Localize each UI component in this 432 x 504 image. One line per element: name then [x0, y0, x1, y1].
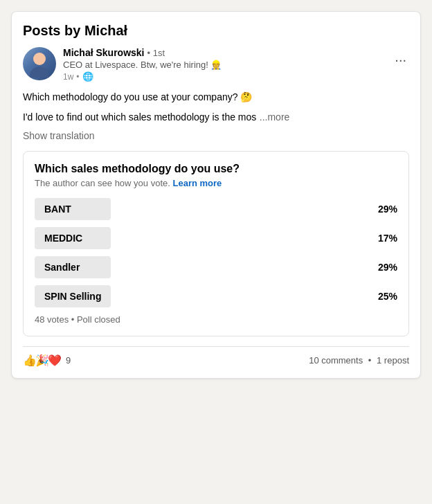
comment-count[interactable]: 10 comments	[309, 355, 363, 366]
post-excerpt: I'd love to find out which sales methodo…	[23, 111, 256, 123]
author-info: Michał Skurowski • 1st CEO at Livespace.…	[63, 47, 222, 82]
show-translation[interactable]: Show translation	[23, 130, 409, 141]
post-time: 1w	[63, 72, 73, 82]
author-connection-badge: • 1st	[147, 48, 165, 58]
avatar[interactable]	[23, 47, 56, 80]
avatar-body	[30, 66, 49, 78]
stats-separator: •	[368, 355, 372, 366]
post-stats: 10 comments • 1 repost	[309, 355, 409, 366]
author-title: CEO at Livespace. Btw, we're hiring! 👷	[63, 60, 222, 70]
heart-icon: ❤️	[48, 354, 62, 367]
post-footer: 👍 🎉 ❤️ 9 10 comments • 1 repost	[23, 346, 409, 367]
poll-option-label-3: SPIN Selling	[35, 285, 111, 307]
more-link[interactable]: ...more	[260, 111, 290, 123]
post-content: Which methodology do you use at your com…	[23, 90, 409, 105]
avatar-image	[23, 47, 56, 80]
poll-footer: 48 votes • Poll closed	[35, 314, 397, 325]
separator-dot: •	[76, 72, 79, 82]
page-title: Posts by Michał	[23, 23, 409, 39]
learn-more-link[interactable]: Learn more	[172, 178, 222, 188]
reaction-icons: 👍 🎉 ❤️	[23, 354, 60, 367]
poll-option-label-0: BANT	[35, 198, 111, 220]
poll-option-pct-3: 25%	[378, 291, 397, 302]
poll-option-pct-2: 29%	[378, 262, 397, 273]
reactions: 👍 🎉 ❤️ 9	[23, 354, 71, 367]
post-meta: 1w • 🌐	[63, 71, 222, 82]
post-header: Michał Skurowski • 1st CEO at Livespace.…	[23, 47, 409, 82]
like-icon: 👍	[23, 354, 37, 367]
post-header-left: Michał Skurowski • 1st CEO at Livespace.…	[23, 47, 222, 82]
poll-subtitle-text: The author can see how you vote.	[35, 178, 170, 188]
post-card: Posts by Michał Michał Skurowski • 1st C…	[11, 11, 421, 379]
poll-box: Which sales methodology do you use? The …	[23, 151, 409, 336]
poll-option-label-2: Sandler	[35, 256, 111, 278]
poll-option-3[interactable]: SPIN Selling 25%	[35, 285, 397, 307]
poll-title: Which sales methodology do you use?	[35, 163, 397, 175]
poll-option-pct-1: 17%	[378, 233, 397, 244]
author-name-line: Michał Skurowski • 1st	[63, 47, 222, 58]
poll-option-0[interactable]: BANT 29%	[35, 198, 397, 220]
poll-option-label-1: MEDDIC	[35, 227, 111, 249]
more-options-button[interactable]: ...	[392, 47, 409, 66]
post-excerpt-line: I'd love to find out which sales methodo…	[23, 110, 409, 125]
repost-count[interactable]: 1 repost	[377, 355, 409, 366]
reaction-count: 9	[66, 355, 71, 366]
poll-option-pct-0: 29%	[378, 204, 397, 215]
poll-option-1[interactable]: MEDDIC 17%	[35, 227, 397, 249]
globe-icon: 🌐	[82, 71, 93, 82]
avatar-head	[33, 53, 46, 65]
poll-option-2[interactable]: Sandler 29%	[35, 256, 397, 278]
poll-subtitle: The author can see how you vote. Learn m…	[35, 178, 397, 188]
celebrate-icon: 🎉	[35, 354, 49, 367]
avatar-person-shape	[23, 47, 56, 80]
author-name[interactable]: Michał Skurowski	[63, 47, 144, 58]
